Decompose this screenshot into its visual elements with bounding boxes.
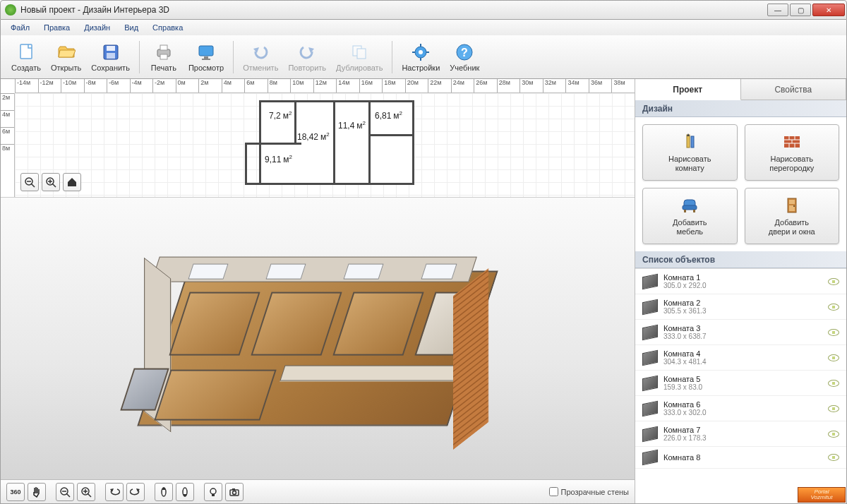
watermark: PortalVozmitut [798,487,846,503]
menu-file[interactable]: Файл [5,22,35,33]
section-design-header: Дизайн [635,100,846,117]
visibility-toggle-icon[interactable] [828,380,839,387]
room-icon [642,426,658,442]
orbit-360-button[interactable]: 360 [6,483,25,501]
object-name: Комната 7 [663,426,822,434]
open-button[interactable]: Открыть [46,38,86,76]
zoom-out-3d-button[interactable] [56,483,74,501]
room-icon [642,273,658,289]
object-row[interactable]: Комната 3333.0 x 638.7 [635,320,846,345]
ruler-tick: 4м [1,110,14,127]
ruler-tick: 24м [451,79,474,92]
toolbar-separator [233,41,234,73]
svg-point-58 [793,205,795,207]
svg-line-31 [88,493,91,497]
object-name: Комната 3 [663,324,822,332]
zoom-out-button[interactable] [20,173,39,191]
visibility-toggle-icon[interactable] [828,329,839,336]
print-button[interactable]: Печать [144,38,184,76]
undo-button[interactable]: Отменить [238,38,283,76]
add-furniture-button[interactable]: Добавить мебель [642,188,738,244]
printer-icon [154,42,174,62]
svg-line-28 [66,493,70,497]
folder-open-icon [56,42,76,62]
snapshot-button[interactable] [225,483,244,501]
visibility-toggle-icon[interactable] [828,454,839,461]
minimize-button[interactable]: — [767,4,788,16]
svg-rect-11 [357,49,366,59]
visibility-toggle-icon[interactable] [828,304,839,311]
close-button[interactable]: ✕ [812,4,845,16]
transparent-walls-input[interactable] [549,487,558,496]
visibility-toggle-icon[interactable] [828,405,839,412]
svg-rect-2 [107,46,115,51]
help-icon: ? [455,42,474,62]
zoom-in-3d-button[interactable] [77,483,95,501]
ruler-tick: 16м [359,79,383,92]
save-button[interactable]: Сохранить [86,38,135,76]
settings-button[interactable]: Настройки [397,38,445,76]
room-icon [642,375,658,391]
tilt-down-button[interactable] [176,483,194,501]
object-name: Комната 6 [663,400,822,409]
menu-view[interactable]: Вид [119,22,144,33]
tab-properties[interactable]: Свойства [741,79,847,100]
draw-room-button[interactable]: Нарисовать комнату [642,124,738,181]
design-actions-grid: Нарисовать комнату Нарисовать перегородк… [635,117,846,251]
svg-rect-6 [160,54,167,59]
object-row[interactable]: Комната 6333.0 x 302.0 [635,396,846,421]
visibility-toggle-icon[interactable] [828,431,839,438]
visibility-toggle-icon[interactable] [828,278,839,285]
rotate-left-button[interactable] [105,483,124,501]
draw-partition-button[interactable]: Нарисовать перегородку [745,124,840,181]
plan-zoom-controls [20,173,81,191]
home-view-button[interactable] [63,173,81,191]
object-row[interactable]: Комната 4304.3 x 481.4 [635,345,846,371]
object-row[interactable]: Комната 8 [635,447,846,469]
pan-button[interactable] [28,483,46,501]
tutorial-button[interactable]: ? Учебник [445,38,484,76]
object-row[interactable]: Комната 1305.0 x 292.0 [635,269,846,294]
object-row[interactable]: Комната 5159.3 x 83.0 [635,371,846,396]
objects-list[interactable]: Комната 1305.0 x 292.0Комната 2305.5 x 3… [635,268,846,503]
gear-icon [411,42,431,62]
toolbar-separator [392,41,392,73]
armchair-icon [680,196,699,215]
undo-icon [251,42,270,62]
redo-button[interactable]: Повторить [283,38,331,76]
create-button[interactable]: Создать [6,38,46,76]
ruler-tick: -14м [15,79,38,92]
ruler-tick: 2м [1,93,14,110]
ruler-tick: 10м [290,79,313,92]
menu-design[interactable]: Дизайн [78,22,116,33]
object-row[interactable]: Комната 7226.0 x 178.3 [635,421,846,447]
window-titlebar: Новый проект - Дизайн Интерьера 3D — ▢ ✕ [0,0,847,20]
maximize-button[interactable]: ▢ [790,4,811,16]
svg-point-36 [210,488,216,494]
ruler-tick: 0м [176,79,199,92]
light-toggle-button[interactable] [204,483,222,501]
app-icon [5,4,16,16]
tilt-up-button[interactable] [155,483,173,501]
transparent-walls-checkbox[interactable]: Прозрачные стены [549,487,629,496]
object-dimensions: 333.0 x 638.7 [663,332,822,340]
floorplan-2d[interactable]: 7,2 м2 18,42 м2 11,4 м2 6,81 м2 9,11 м2 [259,100,414,185]
zoom-in-button[interactable] [42,173,60,191]
svg-rect-56 [789,200,795,204]
svg-line-21 [31,184,35,187]
duplicate-button[interactable]: Дублировать [331,38,388,76]
menu-edit[interactable]: Правка [38,22,76,33]
view-3d[interactable] [1,198,635,479]
room-icon [642,349,658,366]
rotate-right-button[interactable] [126,483,145,501]
preview-button[interactable]: Просмотр [184,38,229,76]
plan-view-2d[interactable]: -14м-12м-10м-8м-6м-4м-2м0м2м4м6м8м10м12м… [1,79,635,198]
visibility-toggle-icon[interactable] [828,354,839,361]
duplicate-icon [349,42,369,62]
add-doors-windows-button[interactable]: Добавить двери и окна [745,188,840,244]
menu-help[interactable]: Справка [147,22,188,33]
ruler-tick: 8м [1,144,14,161]
tab-project[interactable]: Проект [635,79,741,100]
object-dimensions: 333.0 x 302.0 [663,409,822,416]
object-row[interactable]: Комната 2305.5 x 361.3 [635,294,846,320]
